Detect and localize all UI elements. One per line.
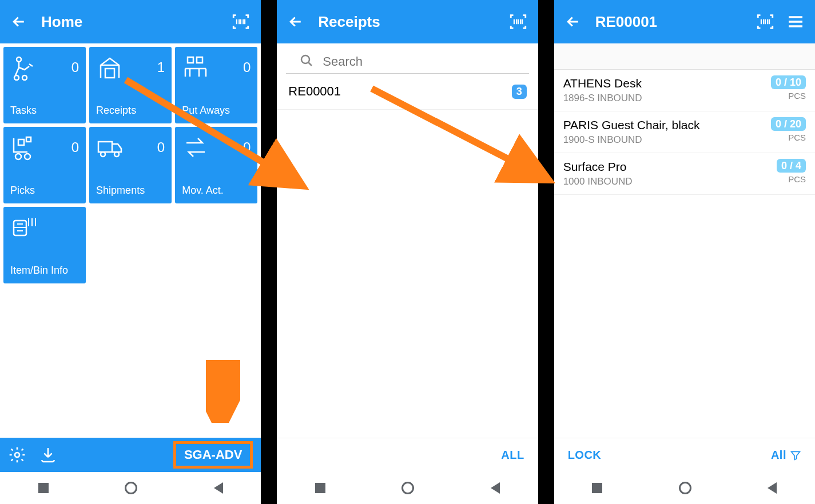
tile-iteminfo[interactable]: Item/Bin Info	[3, 207, 86, 283]
tile-label: Shipments	[96, 185, 165, 197]
barcode-icon[interactable]	[231, 12, 251, 31]
item-name: Surface Pro	[563, 160, 633, 174]
svg-rect-7	[26, 137, 31, 142]
nav-back-icon[interactable]	[768, 482, 777, 494]
lock-button[interactable]: LOCK	[568, 449, 602, 462]
tile-label: Item/Bin Info	[10, 265, 79, 277]
tile-shipments[interactable]: 0 Shipments	[89, 127, 172, 203]
item-qty: 0 / 4	[777, 159, 806, 173]
tile-grid: 0 Tasks 1 Receipts 0 Put Aways 0 Picks	[0, 43, 261, 287]
topbar: Receipts	[277, 0, 538, 43]
item-qty: 0 / 10	[771, 75, 806, 89]
android-nav	[554, 472, 815, 504]
receipt-badge: 3	[512, 85, 527, 99]
item-row[interactable]: ATHENS Desk 1896-S INBOUND 0 / 10 PCS	[554, 70, 815, 111]
item-row[interactable]: Surface Pro 1000 INBOUND 0 / 4 PCS	[554, 153, 815, 195]
tile-label: Tasks	[10, 105, 79, 117]
filter-button[interactable]: All	[771, 449, 801, 462]
topbar: Home	[0, 0, 261, 43]
item-name: PARIS Guest Chair, black	[563, 118, 700, 132]
bottom-actions: ALL	[277, 438, 538, 472]
tile-label: Put Aways	[182, 105, 251, 117]
svg-rect-6	[18, 139, 24, 145]
putaways-icon	[182, 54, 209, 81]
item-unit: PCS	[777, 174, 806, 184]
iteminfo-icon	[10, 214, 38, 241]
all-button[interactable]: ALL	[501, 449, 524, 462]
page-title: Home	[41, 13, 231, 31]
barcode-icon[interactable]	[756, 12, 775, 31]
tile-label: Receipts	[96, 105, 165, 117]
shipments-icon	[96, 134, 124, 161]
menu-icon[interactable]	[786, 13, 805, 31]
nav-recent-icon[interactable]	[315, 483, 325, 493]
search-input[interactable]	[323, 54, 515, 69]
svg-point-0	[17, 57, 21, 62]
annotation-arrow-down	[206, 360, 240, 423]
tile-count: 0	[157, 139, 165, 155]
screen-receipt-detail: RE00001 ATHENS Desk 1896-S INBOUND 0 / 1…	[554, 0, 815, 504]
svg-point-1	[14, 75, 19, 80]
download-icon[interactable]	[39, 446, 57, 464]
android-nav	[277, 472, 538, 504]
nav-home-icon[interactable]	[679, 482, 691, 494]
tile-count: 0	[243, 139, 251, 155]
tile-label: Mov. Act.	[182, 185, 251, 197]
topbar: RE00001	[554, 0, 815, 43]
page-title: Receipts	[318, 13, 508, 31]
tile-putaways[interactable]: 0 Put Aways	[175, 47, 257, 123]
back-icon[interactable]	[287, 13, 304, 30]
tile-tasks[interactable]: 0 Tasks	[3, 47, 86, 123]
filter-label: All	[771, 449, 786, 462]
back-icon[interactable]	[564, 13, 582, 30]
search-row	[286, 48, 528, 74]
bottom-actions: LOCK All	[554, 438, 815, 472]
tile-label: Picks	[10, 185, 79, 197]
back-icon[interactable]	[10, 13, 27, 30]
item-row[interactable]: PARIS Guest Chair, black 1900-S INBOUND …	[554, 111, 815, 153]
nav-home-icon[interactable]	[125, 482, 137, 494]
svg-point-2	[22, 75, 27, 80]
tile-count: 0	[71, 59, 79, 75]
filter-icon	[790, 450, 801, 461]
screen-receipts: Receipts RE00001 3 ALL	[277, 0, 538, 504]
screen-home: Home 0 Tasks 1 Receipts 0 Put Aways	[0, 0, 261, 504]
receipt-row[interactable]: RE00001 3	[277, 74, 538, 110]
svg-point-12	[114, 152, 119, 157]
tile-picks[interactable]: 0 Picks	[3, 127, 86, 203]
nav-back-icon[interactable]	[491, 482, 500, 494]
nav-recent-icon[interactable]	[38, 483, 49, 493]
svg-point-8	[15, 154, 21, 159]
footer-bar: SGA-ADV	[0, 438, 261, 472]
subbar	[554, 43, 815, 70]
gear-icon[interactable]	[8, 446, 26, 464]
item-code: 1900-S INBOUND	[563, 134, 700, 146]
svg-rect-5	[197, 57, 202, 63]
tile-movact[interactable]: 0 Mov. Act.	[175, 127, 257, 203]
tile-count: 1	[157, 59, 165, 75]
item-code: 1000 INBOUND	[563, 176, 633, 187]
item-code: 1896-S INBOUND	[563, 93, 642, 104]
receipts-icon	[96, 54, 124, 81]
tile-count: 0	[71, 139, 79, 155]
item-name: ATHENS Desk	[563, 77, 642, 90]
svg-point-11	[101, 152, 105, 157]
nav-back-icon[interactable]	[214, 482, 223, 494]
svg-rect-4	[188, 57, 193, 63]
page-title: RE00001	[595, 13, 756, 31]
barcode-icon[interactable]	[508, 12, 528, 31]
item-qty: 0 / 20	[771, 117, 806, 131]
warehouse-button[interactable]: SGA-ADV	[173, 441, 253, 469]
movact-icon	[182, 134, 209, 161]
nav-recent-icon[interactable]	[592, 483, 602, 493]
search-icon	[300, 54, 313, 70]
nav-home-icon[interactable]	[401, 482, 414, 494]
tile-receipts[interactable]: 1 Receipts	[89, 47, 172, 123]
picks-icon	[10, 134, 38, 161]
svg-point-9	[25, 154, 30, 159]
tasks-icon	[10, 54, 38, 81]
item-unit: PCS	[771, 91, 806, 101]
svg-point-16	[301, 55, 309, 63]
svg-point-14	[15, 453, 19, 457]
tile-count: 0	[243, 59, 251, 75]
